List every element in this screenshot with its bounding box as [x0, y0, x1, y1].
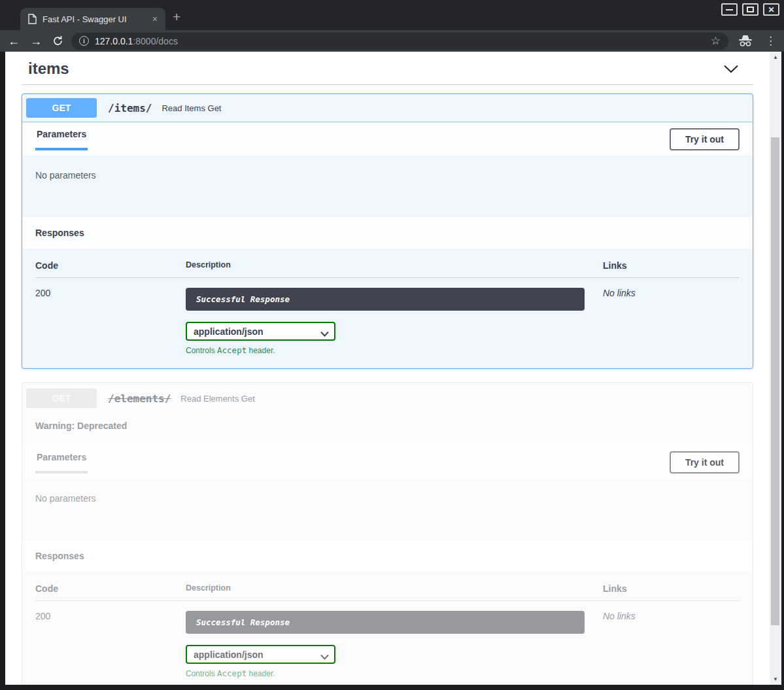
- note-prefix: Controls: [186, 346, 217, 355]
- parameters-header: Parameters Try it out: [22, 122, 753, 156]
- page-scrollbar[interactable]: ▲ ▼: [770, 52, 781, 685]
- swagger-ui: items GET /items/ Read Items Get Paramet…: [5, 52, 770, 685]
- col-header-description: Description: [186, 260, 603, 271]
- browser-titlebar: Fast API - Swagger UI × + ✕: [0, 0, 784, 30]
- note-suffix: header.: [247, 346, 275, 355]
- opblock-summary[interactable]: GET /elements/ Read Elements Get: [22, 383, 753, 414]
- response-code: 200: [35, 288, 186, 355]
- maximize-button[interactable]: [742, 3, 758, 16]
- note-header-name: Accept: [217, 668, 247, 678]
- url-host: 127.0.0.1: [95, 36, 133, 46]
- parameters-label: Parameters: [37, 129, 86, 139]
- response-row-200: 200 Successful Response application/json…: [35, 278, 740, 355]
- minimize-icon: [726, 9, 733, 10]
- maximize-icon: [747, 7, 754, 12]
- responses-label: Responses: [35, 551, 84, 561]
- response-links: No links: [603, 611, 740, 678]
- tag-section-items[interactable]: items: [22, 57, 753, 85]
- media-type-select[interactable]: application/json: [186, 322, 335, 341]
- media-type-control: application/json: [186, 322, 335, 341]
- scrollbar-down-icon[interactable]: ▼: [770, 674, 781, 684]
- responses-header: Responses: [22, 540, 753, 572]
- responses-label: Responses: [35, 228, 84, 238]
- tab-title: Fast API - Swagger UI: [43, 14, 146, 24]
- accept-header-note: Controls Accept header.: [186, 668, 585, 678]
- method-badge: GET: [26, 98, 97, 118]
- url-path: :8000/docs: [133, 36, 178, 46]
- col-header-links: Links: [603, 583, 740, 594]
- response-description: Successful Response: [186, 288, 585, 311]
- col-header-code: Code: [35, 583, 186, 594]
- responses-header: Responses: [22, 217, 753, 249]
- no-parameters-text: No parameters: [35, 170, 96, 181]
- parameters-header: Parameters Try it out: [22, 445, 753, 479]
- col-header-code: Code: [35, 260, 186, 271]
- reload-icon[interactable]: [52, 35, 63, 46]
- scrollbar-thumb[interactable]: [771, 137, 779, 625]
- parameters-body: No parameters: [22, 479, 753, 540]
- responses-table: Code Description Links 200 Successful Re…: [22, 572, 753, 685]
- try-it-out-button[interactable]: Try it out: [670, 451, 740, 474]
- browser-toolbar: ← → i 127.0.0.1:8000/docs ☆ ⋮: [0, 30, 784, 52]
- new-tab-button[interactable]: +: [173, 9, 180, 25]
- media-type-control: application/json: [186, 645, 335, 664]
- response-description-cell: Successful Response application/json Con…: [186, 611, 603, 678]
- opblock-summary[interactable]: GET /items/ Read Items Get: [22, 94, 753, 122]
- scrollbar-up-icon[interactable]: ▲: [770, 52, 781, 62]
- note-suffix: header.: [247, 669, 275, 678]
- address-bar[interactable]: i 127.0.0.1:8000/docs ☆: [71, 33, 728, 50]
- note-prefix: Controls: [186, 669, 217, 678]
- browser-tab[interactable]: Fast API - Swagger UI ×: [20, 8, 165, 30]
- back-icon[interactable]: ←: [8, 35, 20, 47]
- page-file-icon: [28, 14, 37, 24]
- site-info-icon[interactable]: i: [79, 36, 89, 46]
- method-badge: GET: [26, 388, 97, 408]
- opblock-get-elements-deprecated: GET /elements/ Read Elements Get Warning…: [22, 382, 753, 685]
- endpoint-path: /elements/: [108, 392, 171, 405]
- bookmark-star-icon[interactable]: ☆: [711, 34, 721, 48]
- opblock-get-items: GET /items/ Read Items Get Parameters Tr…: [22, 94, 753, 369]
- response-description-cell: Successful Response application/json Con…: [186, 288, 603, 355]
- endpoint-path: /items/: [108, 102, 152, 114]
- response-code: 200: [35, 611, 186, 678]
- no-parameters-text: No parameters: [35, 493, 96, 504]
- minimize-button[interactable]: [721, 3, 738, 16]
- deprecated-warning: Warning: Deprecated: [22, 414, 753, 445]
- endpoint-summary: Read Elements Get: [180, 394, 254, 404]
- accept-header-note: Controls Accept header.: [186, 345, 585, 355]
- responses-table-head: Code Description Links: [35, 260, 740, 278]
- endpoint-summary: Read Items Get: [162, 103, 221, 113]
- collapse-chevron-icon[interactable]: [723, 65, 739, 73]
- url-text: 127.0.0.1:8000/docs: [95, 36, 178, 46]
- parameters-label: Parameters: [37, 452, 86, 462]
- incognito-icon: [738, 35, 753, 47]
- responses-table: Code Description Links 200 Successful Re…: [22, 249, 753, 368]
- close-button[interactable]: ✕: [763, 3, 779, 16]
- window-controls: ✕: [721, 3, 779, 16]
- response-links: No links: [603, 288, 740, 355]
- tab-parameters[interactable]: Parameters: [35, 128, 88, 150]
- response-row-200: 200 Successful Response application/json…: [35, 601, 740, 678]
- responses-table-head: Code Description Links: [35, 583, 740, 601]
- media-type-select[interactable]: application/json: [186, 645, 335, 664]
- close-icon: ✕: [768, 6, 774, 14]
- try-it-out-button[interactable]: Try it out: [670, 128, 740, 150]
- parameters-body: No parameters: [22, 156, 753, 217]
- col-header-description: Description: [186, 583, 603, 594]
- col-header-links: Links: [603, 260, 740, 271]
- tab-close-icon[interactable]: ×: [152, 14, 158, 24]
- note-header-name: Accept: [217, 345, 247, 355]
- tag-title: items: [28, 60, 69, 78]
- forward-icon[interactable]: →: [30, 35, 42, 47]
- page-viewport: items GET /items/ Read Items Get Paramet…: [5, 52, 770, 685]
- tab-parameters[interactable]: Parameters: [35, 451, 88, 474]
- browser-menu-icon[interactable]: ⋮: [765, 34, 776, 48]
- response-description: Successful Response: [186, 611, 585, 634]
